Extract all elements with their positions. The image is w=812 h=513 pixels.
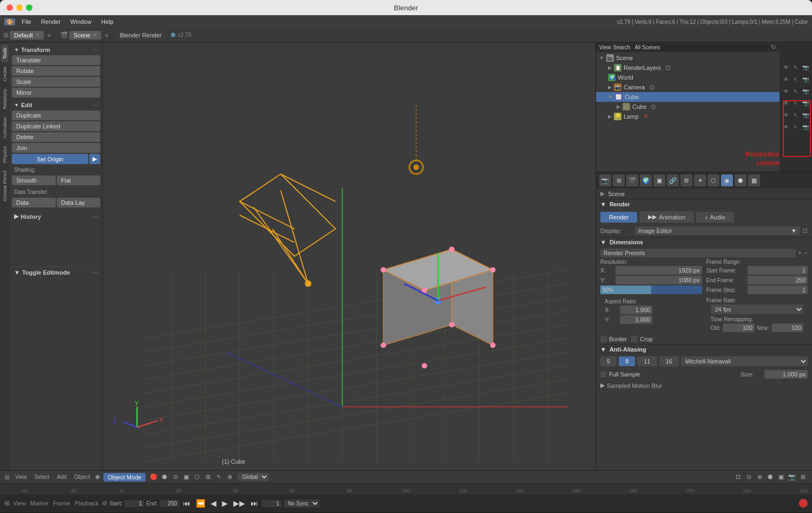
aa-section-header[interactable]: ▼ Anti-Aliasing bbox=[596, 345, 812, 354]
tree-item-camera[interactable]: ▶ 📷 Camera ⊙ bbox=[596, 82, 780, 92]
old-field[interactable]: 100 bbox=[723, 323, 755, 332]
props-object-btn[interactable]: ▣ bbox=[653, 174, 665, 186]
props-texture-btn[interactable]: ▦ bbox=[748, 174, 760, 186]
skip-end-button[interactable]: ⏭ bbox=[249, 499, 260, 508]
vp-right-icon-7[interactable]: ⊞ bbox=[798, 472, 808, 482]
play-button[interactable]: ▶ bbox=[220, 499, 230, 508]
prev-frame-button[interactable]: ⏪ bbox=[194, 499, 207, 508]
vp-icon-8[interactable]: ⊕ bbox=[225, 472, 234, 482]
audio-button[interactable]: ♪ Audio bbox=[696, 212, 734, 223]
render-button[interactable]: Render bbox=[600, 212, 637, 223]
tree-item-lamp[interactable]: ▶ 💡 Lamp ✕ bbox=[596, 112, 780, 121]
render-presets-select[interactable]: Render Presets bbox=[600, 249, 796, 257]
dimensions-section-header[interactable]: ▼ Dimensions bbox=[596, 237, 812, 247]
sidebar-tab-relations[interactable]: Relations bbox=[1, 86, 9, 113]
start-frame-field[interactable]: 1 bbox=[748, 266, 808, 275]
props-render-btn[interactable]: 📷 bbox=[599, 174, 611, 186]
props-physics-btn[interactable]: ⬡ bbox=[708, 174, 719, 186]
tree-item-renderlayers[interactable]: ▶ 📋 RenderLayers ⊡ bbox=[596, 63, 780, 73]
res-y-field[interactable]: 1080 px bbox=[615, 276, 702, 284]
data-lay-button[interactable]: Data Lay bbox=[57, 198, 101, 207]
crop-checkbox[interactable] bbox=[631, 336, 638, 342]
restrict-eye-cube-mesh[interactable]: 👁 bbox=[782, 111, 790, 119]
set-origin-button[interactable]: Set Origin bbox=[12, 154, 88, 164]
frame-step-field[interactable]: 1 bbox=[748, 285, 808, 294]
display-extra-icon[interactable]: ⊡ bbox=[802, 227, 808, 235]
size-field[interactable]: 1.000 px bbox=[764, 370, 808, 379]
sidebar-tab-grease-pencil[interactable]: Grease Pencil bbox=[1, 167, 9, 205]
restrict-render-lamp[interactable]: 📷 bbox=[802, 123, 809, 131]
frame-icon[interactable]: Frame bbox=[52, 500, 71, 506]
aa-btn-11[interactable]: 11 bbox=[637, 356, 657, 366]
playback-icon[interactable]: Playback bbox=[74, 500, 100, 506]
props-particles-btn[interactable]: ✦ bbox=[694, 174, 706, 186]
restrict-cursor-lamp[interactable]: ↖ bbox=[792, 123, 800, 131]
viewport[interactable]: User Persp bbox=[103, 42, 595, 470]
props-world-btn[interactable]: 🌍 bbox=[640, 174, 652, 186]
object-mode-button[interactable]: Object Mode bbox=[103, 473, 146, 482]
workspace-tab-close[interactable]: ✕ bbox=[35, 32, 40, 38]
restrict-cursor-cube-mesh[interactable]: ↖ bbox=[792, 111, 800, 119]
current-frame-input[interactable] bbox=[262, 500, 281, 507]
restrict-render-camera[interactable]: 📷 bbox=[802, 87, 809, 95]
full-sample-checkbox-label[interactable]: Full Sample bbox=[600, 371, 640, 378]
props-data-btn[interactable]: ◉ bbox=[721, 174, 733, 186]
join-button[interactable]: Join bbox=[12, 143, 100, 153]
restrict-cursor-renderlayers[interactable]: ↖ bbox=[792, 63, 800, 71]
rotate-button[interactable]: Rotate bbox=[12, 66, 100, 76]
prev-button[interactable]: ◀ bbox=[209, 499, 218, 508]
outliner-search-btn[interactable]: Search bbox=[613, 44, 631, 50]
minimize-button[interactable] bbox=[16, 4, 23, 11]
render-section-header[interactable]: ▼ Render bbox=[596, 199, 812, 209]
toggle-editmode-collapse[interactable]: — bbox=[93, 270, 98, 275]
restrict-eye-renderlayers[interactable]: 👁 bbox=[782, 63, 790, 71]
aa-btn-8[interactable]: 8 bbox=[619, 356, 635, 366]
vp-icon-2[interactable]: ⬟ bbox=[160, 472, 169, 482]
select-btn[interactable]: Select bbox=[32, 474, 52, 480]
object-btn[interactable]: Object bbox=[72, 474, 92, 480]
outliner-view-btn[interactable]: View bbox=[599, 44, 611, 50]
menu-render[interactable]: Render bbox=[37, 17, 65, 26]
restrict-cursor-world[interactable]: ↖ bbox=[792, 75, 800, 83]
restrict-render-renderlayers[interactable]: 📷 bbox=[802, 63, 809, 71]
vp-right-icon-2[interactable]: ⊙ bbox=[744, 472, 754, 482]
tree-item-cube-mesh[interactable]: ▶ ⬡ Cube ⊙ bbox=[596, 102, 780, 112]
res-x-field[interactable]: 1920 px bbox=[615, 266, 702, 275]
props-scene-btn[interactable]: 🎬 bbox=[626, 174, 638, 186]
workspace-tab[interactable]: Default ✕ bbox=[10, 31, 44, 40]
menu-file[interactable]: File bbox=[17, 17, 36, 26]
sidebar-tab-physics[interactable]: Physics bbox=[1, 143, 9, 166]
end-frame-field[interactable]: 250 bbox=[748, 276, 808, 284]
history-collapse[interactable]: — bbox=[93, 214, 98, 219]
restrict-eye-camera[interactable]: 👁 bbox=[782, 87, 790, 95]
vp-icon-7[interactable]: ↖ bbox=[214, 472, 224, 482]
tree-item-cube[interactable]: ▼ ⬜ Cube bbox=[596, 92, 780, 102]
close-button[interactable] bbox=[6, 4, 13, 11]
aspect-x-field[interactable]: 1.000 bbox=[620, 306, 652, 314]
vp-icon-1[interactable]: 🔴 bbox=[149, 472, 159, 482]
sidebar-tab-create[interactable]: Create bbox=[1, 63, 9, 85]
sidebar-tab-animation[interactable]: Animation bbox=[1, 114, 9, 142]
flat-button[interactable]: Flat bbox=[57, 176, 101, 185]
sidebar-tab-tools[interactable]: Tools bbox=[1, 44, 9, 62]
aa-btn-5[interactable]: 5 bbox=[600, 356, 617, 366]
restrict-eye-cube[interactable]: 👁 bbox=[782, 99, 790, 107]
vp-icon-6[interactable]: ⊞ bbox=[203, 472, 213, 482]
restrict-render-cube-mesh[interactable]: 📷 bbox=[802, 111, 809, 119]
vp-icon-5[interactable]: ⬡ bbox=[192, 472, 202, 482]
translate-button[interactable]: Translate bbox=[12, 55, 100, 65]
border-checkbox[interactable] bbox=[600, 336, 607, 342]
restrict-eye-lamp[interactable]: 👁 bbox=[782, 123, 790, 131]
new-field[interactable]: 100 bbox=[771, 323, 803, 332]
smooth-button[interactable]: Smooth bbox=[12, 176, 56, 185]
restrict-eye-world[interactable]: 👁 bbox=[782, 75, 790, 83]
render-engine-selector[interactable]: Blender Render bbox=[115, 31, 166, 40]
animation-button[interactable]: ▶▶ Animation bbox=[639, 211, 694, 223]
mirror-button[interactable]: Mirror bbox=[12, 88, 100, 98]
duplicate-button[interactable]: Duplicate bbox=[12, 111, 100, 120]
global-select[interactable]: Global Local bbox=[238, 473, 269, 481]
display-select[interactable]: Image Editor ▼ bbox=[635, 226, 800, 235]
full-sample-checkbox[interactable] bbox=[600, 371, 607, 378]
add-workspace-button[interactable]: + bbox=[45, 31, 54, 40]
vp-right-icon-5[interactable]: ▣ bbox=[776, 472, 786, 482]
